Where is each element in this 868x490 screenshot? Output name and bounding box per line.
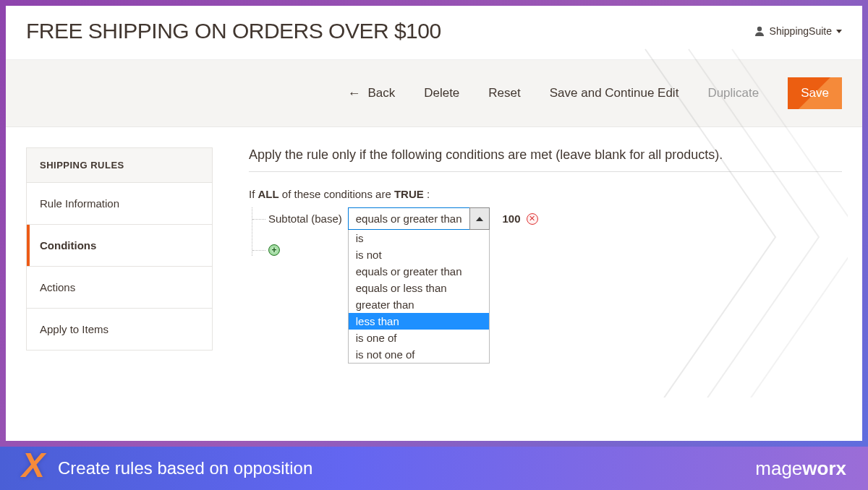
remove-condition-icon[interactable]: ✕ (527, 213, 538, 225)
operator-option[interactable]: is one of (349, 330, 489, 346)
sidebar: SHIPPING RULES Rule InformationCondition… (26, 147, 213, 351)
bool-value[interactable]: TRUE (394, 188, 424, 200)
save-button[interactable]: Save (788, 77, 842, 109)
conditions-panel: Apply the rule only if the following con… (249, 147, 842, 351)
toolbar: ← Back Delete Reset Save and Continue Ed… (6, 59, 862, 127)
brand-logo: mageworx (755, 457, 846, 480)
condition-attribute[interactable]: Subtotal (base) (268, 212, 342, 225)
delete-button[interactable]: Delete (424, 86, 459, 100)
user-name: ShippingSuite (770, 25, 832, 37)
add-condition-icon[interactable]: + (268, 244, 280, 256)
text-mid: of these conditions are (279, 188, 394, 200)
sidebar-item-rule-information[interactable]: Rule Information (27, 183, 212, 225)
operator-select[interactable]: equals or greater than isis notequals or… (348, 207, 490, 230)
back-button[interactable]: ← Back (347, 86, 395, 101)
reset-button[interactable]: Reset (488, 86, 520, 100)
sidebar-header: SHIPPING RULES (27, 148, 212, 183)
operator-option[interactable]: is not one of (349, 346, 489, 363)
brand-light: mage (755, 457, 802, 479)
sidebar-item-apply-to-items[interactable]: Apply to Items (27, 309, 212, 350)
brand-bold: worx (802, 457, 846, 479)
condition-aggregator-line: If ALL of these conditions are TRUE : (249, 188, 842, 200)
condition-value[interactable]: 100 (503, 212, 521, 225)
x-logo-icon: X (22, 448, 45, 483)
operator-option[interactable]: equals or greater than (349, 263, 489, 280)
operator-option[interactable]: is not (349, 246, 489, 263)
save-continue-button[interactable]: Save and Continue Edit (550, 86, 679, 100)
operator-option[interactable]: equals or less than (349, 280, 489, 296)
conditions-heading: Apply the rule only if the following con… (249, 147, 842, 172)
sidebar-item-conditions[interactable]: Conditions (27, 225, 212, 267)
operator-option[interactable]: is (349, 230, 489, 246)
user-menu[interactable]: ShippingSuite (754, 25, 842, 37)
operator-option[interactable]: greater than (349, 296, 489, 313)
page-title: FREE SHIPPING ON ORDERS OVER $100 (26, 19, 441, 43)
arrow-left-icon: ← (347, 86, 360, 101)
operator-toggle[interactable] (469, 207, 490, 230)
caret-down-icon (836, 30, 842, 33)
operator-selected: equals or greater than (348, 207, 469, 230)
footer-caption: Create rules based on opposition (58, 458, 312, 478)
user-icon (754, 25, 765, 37)
operator-option[interactable]: less than (349, 313, 489, 330)
triangle-up-icon (476, 217, 483, 221)
text-if: If (249, 188, 258, 200)
aggregator-value[interactable]: ALL (258, 188, 279, 200)
sidebar-item-actions[interactable]: Actions (27, 267, 212, 309)
text-colon: : (424, 188, 430, 200)
svg-point-0 (757, 27, 761, 31)
condition-row: Subtotal (base) equals or greater than i… (268, 207, 842, 230)
operator-dropdown: isis notequals or greater thanequals or … (348, 230, 490, 364)
duplicate-button[interactable]: Duplicate (707, 86, 759, 100)
back-label: Back (367, 86, 395, 100)
promo-footer: X Create rules based on opposition magew… (0, 447, 868, 490)
